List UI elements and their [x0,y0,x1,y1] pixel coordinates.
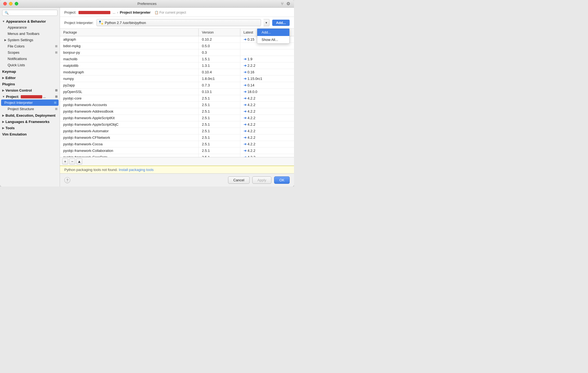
package-version: 2.5.1 [198,141,240,148]
sidebar-item-build[interactable]: ▶ Build, Execution, Deployment [0,112,60,118]
package-latest: ➜ 4.2.2 [240,134,294,141]
file-colors-icon: ⊞ [55,44,57,48]
package-latest: ➜ 4.2.2 [240,128,294,134]
chevron-right-icon-vc: ▶ [2,89,4,92]
svg-rect-2 [99,23,101,23]
sidebar-label-version-control: Version Control [5,88,32,92]
minimize-button[interactable] [9,2,13,5]
interpreter-select[interactable]: Python 2.7 /usr/bin/python [96,19,261,26]
svg-rect-3 [101,21,103,21]
table-row[interactable]: pyobjc-framework-Accounts2.5.1➜ 4.2.2 [60,102,294,108]
package-name: pyobjc-framework-Automator [60,128,198,134]
packages-table[interactable]: Package Version Latest altgraph0.10.2➜ 0… [60,29,294,157]
package-latest: ➜ 18.0.0 [240,89,294,95]
interpreter-value: Python 2.7 /usr/bin/python [105,21,146,25]
show-all-menu-item[interactable]: Show All... [257,36,289,43]
settings-icon[interactable]: ⚙ [286,1,291,7]
table-row[interactable]: bdist-mpkg0.5.0 [60,43,294,49]
sidebar-item-system-settings[interactable]: ▶ System Settings [0,37,60,43]
package-name: pyOpenSSL [60,89,198,95]
table-row[interactable]: pyobjc-framework-AppleScriptObjC2.5.1➜ 4… [60,121,294,128]
sidebar-item-quick-lists[interactable]: Quick Lists [0,62,60,68]
table-row[interactable]: pyobjc-framework-AddressBook2.5.1➜ 4.2.2 [60,108,294,115]
interpreter-dropdown-menu: Add... Show All... [257,28,290,44]
add-menu-item[interactable]: Add... [257,29,289,36]
sidebar-item-version-control[interactable]: ▶ Version Control ⊞ [0,87,60,93]
cancel-button[interactable]: Cancel [228,176,249,184]
sidebar-label-keymap: Keymap [2,70,16,74]
sidebar: 🔍 ▼ Appearance & Behavior Appearance Men… [0,8,60,186]
apply-button[interactable]: Apply [252,176,272,184]
close-button[interactable] [3,2,7,5]
table-row[interactable]: pyobjc-framework-AppleScriptKit2.5.1➜ 4.… [60,115,294,121]
package-version: 0.13.1 [198,89,240,95]
table-row[interactable]: macholib1.5.1➜ 1.9 [60,56,294,62]
table-row[interactable]: pyobjc-framework-CoreData2.5.1➜ 4.2.2 [60,154,294,158]
col-version: Version [198,29,240,36]
package-latest [240,43,294,49]
package-latest: ➜ 4.2.2 [240,95,294,102]
breadcrumb-project-label: Project: [64,10,76,14]
search-input[interactable] [10,11,55,15]
search-box[interactable]: 🔍 [2,10,57,16]
table-row[interactable]: matplotlib1.3.1➜ 2.2.2 [60,62,294,69]
sidebar-item-plugins[interactable]: Plugins [0,81,60,87]
table-row[interactable]: bonjour-py0.3 [60,49,294,56]
sidebar-item-appearance[interactable]: Appearance [0,24,60,31]
interpreter-label: Project Interpreter: [64,21,94,25]
sidebar-item-project-interpreter[interactable]: Project Interpreter ⊞ [1,100,59,106]
table-row[interactable]: pyobjc-framework-Cocoa2.5.1➜ 4.2.2 [60,141,294,148]
sidebar-item-project-structure[interactable]: Project Structure ⊞ [0,106,60,112]
sidebar-item-tools[interactable]: ▶ Tools [0,125,60,131]
add-package-button[interactable]: + [62,158,68,164]
package-name: modulegraph [60,69,198,76]
table-row[interactable]: modulegraph0.10.4➜ 0.16 [60,69,294,76]
package-latest: ➜ 0.14 [240,82,294,89]
sidebar-label-appearance-behavior: Appearance & Behavior [6,19,46,23]
package-version: 2.5.1 [198,108,240,115]
upgrade-package-button[interactable]: ▲ [76,158,82,164]
table-row[interactable]: pyobjc-core2.5.1➜ 4.2.2 [60,95,294,102]
ok-button[interactable]: OK [274,176,290,184]
package-version: 1.3.1 [198,62,240,69]
help-button[interactable]: ? [64,177,70,183]
sidebar-item-vim[interactable]: Vim Emulation [0,131,60,137]
table-row[interactable]: numpy1.8.0rc1➜ 1.15.0rc1 [60,76,294,82]
sidebar-item-keymap[interactable]: Keymap [0,68,60,74]
project-structure-icon: ⊞ [55,107,57,111]
sidebar-item-languages[interactable]: ▶ Languages & Frameworks [0,118,60,125]
branch-icon[interactable]: ⑂ [280,1,284,7]
scopes-icon: ⊞ [55,51,57,54]
sidebar-item-appearance-behavior[interactable]: ▼ Appearance & Behavior [0,18,60,24]
table-row[interactable]: py2app0.7.3➜ 0.14 [60,82,294,89]
status-bar: Python packaging tools not found. Instal… [60,166,294,173]
table-row[interactable]: pyobjc-framework-CFNetwork2.5.1➜ 4.2.2 [60,134,294,141]
package-version: 0.7.3 [198,82,240,89]
add-button[interactable]: Add... [272,20,290,26]
main-panel: Project: █████████ ... › Project Interpr… [60,8,294,186]
interpreter-dropdown-arrow[interactable]: ▼ [263,19,269,26]
table-row[interactable]: pyobjc-framework-Collaboration2.5.1➜ 4.2… [60,148,294,154]
sidebar-item-notifications[interactable]: Notifications [0,56,60,62]
chevron-right-icon-lang: ▶ [2,120,4,123]
sidebar-item-project[interactable]: ▼ Project: ██████ ... ⊞ [0,93,60,100]
table-row[interactable]: pyOpenSSL0.13.1➜ 18.0.0 [60,89,294,95]
package-name: pyobjc-framework-CFNetwork [60,134,198,141]
sidebar-item-editor[interactable]: ▶ Editor [0,74,60,81]
package-latest: ➜ 4.2.2 [240,121,294,128]
install-link[interactable]: Install packaging tools [119,168,154,172]
package-version: 0.5.0 [198,43,240,49]
chevron-down-icon-project: ▼ [2,95,5,98]
main-content: 🔍 ▼ Appearance & Behavior Appearance Men… [0,8,294,186]
table-row[interactable]: pyobjc-framework-Automator2.5.1➜ 4.2.2 [60,128,294,134]
col-package: Package [60,29,198,36]
project-icon: ⊞ [55,95,57,98]
sidebar-item-scopes[interactable]: Scopes ⊞ [0,49,60,56]
maximize-button[interactable] [15,2,18,5]
breadcrumb-note-icon: 📋 [154,11,159,14]
sidebar-item-file-colors[interactable]: File Colors ⊞ [0,43,60,49]
remove-package-button[interactable]: − [69,158,75,164]
footer: ? Cancel Apply OK [60,173,294,186]
sidebar-item-menus-toolbars[interactable]: Menus and Toolbars [0,31,60,37]
traffic-lights [3,2,18,5]
